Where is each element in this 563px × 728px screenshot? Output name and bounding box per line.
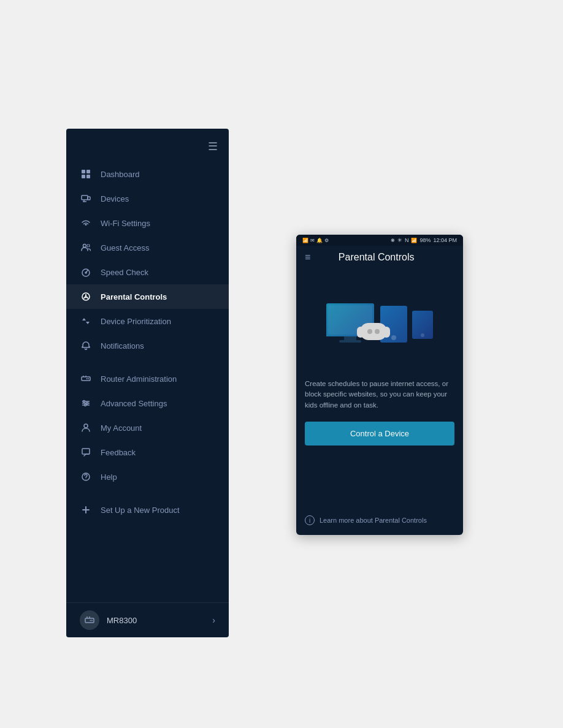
svg-point-24 [84, 424, 88, 428]
router-footer[interactable]: MR8300 › [66, 602, 229, 637]
sidebar-item-dashboard[interactable]: Dashboard [66, 162, 229, 186]
sidebar-label-priority: Device Prioritization [101, 317, 171, 326]
sidebar-label-router-admin: Router Administration [101, 374, 177, 384]
svg-rect-25 [82, 449, 90, 454]
svg-rect-5 [88, 197, 90, 200]
settings-icon-status: ⚙ [324, 238, 329, 243]
sidebar-label-speed: Speed Check [101, 268, 148, 277]
svg-point-21 [83, 401, 85, 403]
sidebar-label-feedback: Feedback [101, 448, 136, 457]
hero-illustration [296, 269, 463, 370]
sidebar-label-notifications: Notifications [101, 341, 144, 351]
gamepad-device [360, 323, 387, 340]
sidebar-header: ☰ [66, 129, 229, 159]
sidebar-label-wifi: Wi-Fi Settings [101, 219, 150, 228]
svg-point-27 [86, 479, 86, 480]
monitor-neck [344, 336, 356, 340]
sidebar-item-wifi[interactable]: Wi-Fi Settings [66, 211, 229, 235]
sidebar-label-advanced: Advanced Settings [101, 399, 167, 408]
sidebar-label-devices: Devices [101, 194, 129, 203]
phone-page-title: Parental Controls [318, 252, 435, 263]
svg-rect-0 [82, 170, 85, 173]
parental-icon [80, 290, 92, 303]
notification-icon: 🔔 [316, 238, 323, 243]
sidebar-item-priority[interactable]: Device Prioritization [66, 309, 229, 333]
wifi-icon [80, 217, 92, 229]
sidebar-item-guest[interactable]: Guest Access [66, 235, 229, 260]
sidebar: ☰ Dashboard [66, 129, 229, 637]
router-name: MR8300 [107, 616, 205, 625]
svg-rect-1 [86, 170, 90, 173]
setup-icon [80, 504, 92, 516]
svg-rect-3 [86, 175, 90, 178]
sidebar-item-devices[interactable]: Devices [66, 186, 229, 211]
sidebar-label-setup: Set Up a New Product [101, 506, 180, 515]
status-bar: 📶 ✉ 🔔 ⚙ ❋ ✳ N 📶 98% 12:04 PM [296, 235, 463, 246]
svg-point-23 [85, 404, 86, 406]
dashboard-icon [80, 168, 92, 180]
priority-icon [80, 315, 92, 327]
sidebar-item-parental[interactable]: Parental Controls [66, 284, 229, 309]
notifications-icon [80, 339, 92, 352]
svg-point-8 [83, 245, 86, 248]
phone-mockup: 📶 ✉ 🔔 ⚙ ❋ ✳ N 📶 98% 12:04 PM ≡ Parental … [296, 235, 463, 535]
router-arrow: › [212, 615, 215, 625]
sidebar-item-advanced[interactable]: Advanced Settings [66, 391, 229, 415]
sidebar-item-router-admin[interactable]: Router Administration [66, 366, 229, 391]
status-left-icons: 📶 ✉ 🔔 ⚙ [302, 238, 329, 243]
devices-group [326, 303, 433, 343]
svg-point-22 [86, 403, 88, 404]
svg-point-15 [86, 378, 88, 379]
control-device-button[interactable]: Control a Device [305, 422, 454, 446]
learn-more-text: Learn more about Parental Controls [320, 517, 427, 524]
network-signal-icon: 📶 [411, 238, 417, 243]
sidebar-item-notifications[interactable]: Notifications [66, 333, 229, 358]
svg-point-32 [90, 620, 91, 621]
account-icon [80, 422, 92, 434]
sidebar-item-speed[interactable]: Speed Check [66, 260, 229, 284]
sidebar-item-setup[interactable]: Set Up a New Product [66, 498, 229, 522]
tablet-small [412, 311, 433, 339]
mail-icon: ✉ [310, 238, 315, 243]
router-avatar [80, 610, 99, 630]
hamburger-icon[interactable]: ☰ [208, 140, 218, 153]
sidebar-label-account: My Account [101, 423, 142, 433]
svg-point-31 [91, 620, 93, 621]
network-icon: N [405, 237, 409, 243]
sidebar-label-dashboard: Dashboard [101, 170, 140, 179]
devices-icon [80, 192, 92, 205]
svg-rect-2 [82, 175, 85, 178]
svg-point-14 [88, 378, 89, 379]
advanced-icon [80, 397, 92, 409]
svg-point-9 [87, 245, 90, 247]
guest-icon [80, 241, 92, 254]
signal-icon: 📶 [302, 238, 308, 243]
sidebar-item-help[interactable]: Help [66, 464, 229, 489]
parental-description: Create schedules to pause internet acces… [296, 370, 463, 417]
battery-percent: 98% [419, 237, 431, 243]
sidebar-label-parental: Parental Controls [101, 292, 167, 301]
bluetooth-icon: ❋ [391, 238, 395, 243]
help-icon [80, 471, 92, 483]
info-icon: i [305, 515, 315, 525]
status-right-icons: ❋ ✳ N 📶 98% 12:04 PM [391, 237, 457, 243]
router-admin-icon [80, 373, 92, 385]
status-time: 12:04 PM [433, 237, 457, 243]
feedback-icon [80, 446, 92, 458]
nav-divider-2 [66, 489, 229, 498]
speed-icon [80, 266, 92, 278]
phone-menu-icon[interactable]: ≡ [305, 252, 310, 263]
sidebar-label-guest: Guest Access [101, 243, 149, 252]
sidebar-label-help: Help [101, 472, 117, 482]
nav-divider-1 [66, 358, 229, 366]
sidebar-item-account[interactable]: My Account [66, 415, 229, 440]
svg-point-11 [85, 272, 86, 273]
asterisk-icon: ✳ [397, 237, 402, 243]
learn-more-section[interactable]: i Learn more about Parental Controls [296, 506, 463, 535]
svg-rect-4 [82, 195, 88, 200]
nav-menu: Dashboard Devices Wi-Fi S [66, 159, 229, 525]
monitor-base [339, 340, 361, 343]
sidebar-item-feedback[interactable]: Feedback [66, 440, 229, 464]
phone-header: ≡ Parental Controls [296, 246, 463, 269]
